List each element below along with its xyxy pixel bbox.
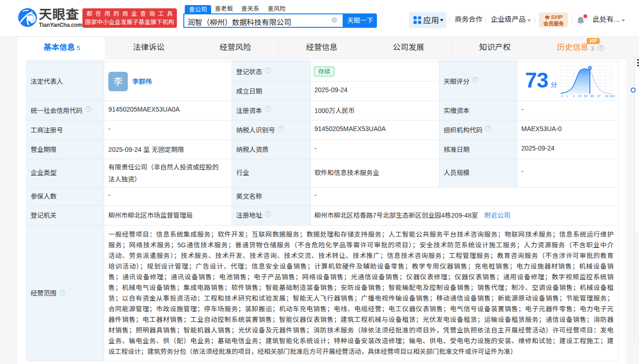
svg-text:15: 15 <box>577 94 581 98</box>
svg-text:0: 0 <box>561 94 563 98</box>
svg-text:85: 85 <box>590 94 594 98</box>
svg-text:50: 50 <box>584 94 588 98</box>
svg-text:100: 100 <box>609 94 615 98</box>
svg-text:97: 97 <box>597 94 601 98</box>
svg-text:3: 3 <box>573 94 575 98</box>
svg-text:1: 1 <box>566 94 568 98</box>
svg-text:99: 99 <box>605 94 608 98</box>
